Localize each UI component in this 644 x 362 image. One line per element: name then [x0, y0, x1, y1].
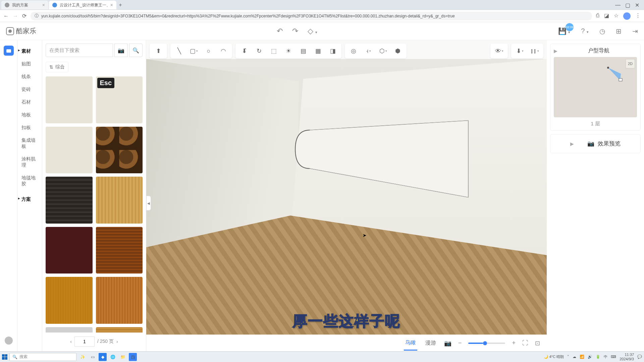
- battery-icon[interactable]: 🔋: [596, 355, 600, 359]
- grid-tool-icon[interactable]: ▦: [311, 46, 325, 56]
- task-view-icon[interactable]: ▭: [89, 353, 97, 361]
- url-input[interactable]: ⓘ yun.kujiale.com/cloud/tool/h5/bim?desi…: [31, 12, 592, 20]
- undo-icon[interactable]: ↶: [277, 27, 283, 36]
- viewport-3d[interactable]: ➤: [146, 59, 547, 335]
- forward-icon[interactable]: →: [13, 13, 18, 19]
- floor-label[interactable]: 1 层: [554, 117, 637, 127]
- copilot-icon[interactable]: ✨: [78, 353, 87, 361]
- taskbar-app-icon[interactable]: ◳: [129, 353, 137, 361]
- layout-tool-icon[interactable]: ▤: [297, 46, 310, 56]
- reload-icon[interactable]: ⟳: [22, 13, 26, 19]
- profile-avatar[interactable]: [623, 12, 631, 20]
- rotate-tool-icon[interactable]: ↻: [252, 46, 266, 56]
- tab-close-icon[interactable]: ×: [42, 2, 45, 8]
- view-tab-roam[interactable]: 漫游: [424, 336, 437, 350]
- material-thumb[interactable]: [96, 127, 143, 174]
- search-input[interactable]: 在类目下搜索: [46, 44, 113, 57]
- material-thumb[interactable]: [46, 76, 93, 123]
- camera-mode-icon[interactable]: 📷: [444, 340, 451, 347]
- back-icon[interactable]: ←: [3, 13, 9, 19]
- image-search-icon[interactable]: 📷: [114, 44, 128, 57]
- material-thumb[interactable]: [46, 277, 93, 324]
- focus-tool-icon[interactable]: ◎: [347, 46, 360, 56]
- chrome-icon[interactable]: 🌐: [109, 353, 117, 361]
- prev-page-icon[interactable]: ‹: [70, 339, 72, 344]
- tab-close-icon[interactable]: ×: [110, 2, 113, 8]
- taskbar-search[interactable]: 🔍 搜索: [9, 353, 76, 361]
- panel-collapse-icon[interactable]: ▶: [570, 141, 574, 146]
- fullscreen-icon[interactable]: ⊡: [535, 340, 540, 347]
- material-thumb[interactable]: [46, 227, 93, 274]
- page-input[interactable]: [74, 337, 95, 347]
- extension-icon[interactable]: ◪: [604, 12, 609, 20]
- shopping-icon[interactable]: ⊞: [616, 27, 622, 35]
- export-icon[interactable]: ⇥: [632, 27, 638, 35]
- panel-collapse-icon[interactable]: ▶: [554, 48, 557, 54]
- extrude-tool-icon[interactable]: ⬇̂: [237, 46, 251, 56]
- material-thumb[interactable]: [46, 327, 93, 333]
- category-head-scheme[interactable]: 方案: [17, 193, 42, 206]
- category-item[interactable]: 扣板: [17, 121, 42, 134]
- light-tool-icon[interactable]: ☀: [282, 46, 295, 56]
- cube-tool-icon[interactable]: ⬡▾: [376, 46, 390, 56]
- view-tab-birdeye[interactable]: 鸟瞰: [404, 336, 417, 351]
- material-thumb[interactable]: [96, 227, 143, 274]
- panel-collapse-handle[interactable]: ◀: [146, 196, 151, 210]
- network-icon[interactable]: 📶: [580, 355, 584, 359]
- minimap[interactable]: 2D: [554, 57, 637, 117]
- cloud-icon[interactable]: ☁: [573, 355, 576, 359]
- category-item[interactable]: 瓷砖: [17, 83, 42, 96]
- circle-tool-icon[interactable]: ○: [202, 46, 215, 56]
- select-tool-icon[interactable]: ⬚: [267, 46, 280, 56]
- category-item[interactable]: 石材: [17, 96, 42, 109]
- material-thumb[interactable]: [96, 327, 143, 333]
- history-icon[interactable]: ◷: [599, 27, 605, 35]
- new-tab-button[interactable]: +: [117, 2, 124, 8]
- zoom-in-icon[interactable]: +: [512, 340, 516, 347]
- filter-sort-button[interactable]: ⇅ 综合: [46, 62, 68, 72]
- material-thumb[interactable]: [46, 127, 93, 174]
- rail-user-avatar[interactable]: [5, 337, 13, 345]
- next-page-icon[interactable]: ›: [116, 339, 118, 344]
- arc-tool-icon[interactable]: ◠: [217, 46, 230, 56]
- category-item[interactable]: 涂料肌理: [17, 153, 42, 172]
- zoom-out-icon[interactable]: −: [458, 340, 462, 347]
- rect-tool-icon[interactable]: ▢▾: [187, 46, 201, 56]
- site-info-icon[interactable]: ⓘ: [35, 13, 39, 19]
- install-app-icon[interactable]: ⎙: [596, 12, 599, 20]
- volume-icon[interactable]: 🔊: [588, 355, 592, 359]
- explorer-icon[interactable]: 📁: [119, 353, 127, 361]
- category-item[interactable]: 地板: [17, 109, 42, 121]
- rail-library-icon[interactable]: [4, 46, 14, 56]
- ime-indicator[interactable]: 中: [604, 354, 607, 359]
- search-button[interactable]: 🔍: [129, 44, 143, 57]
- bookmark-icon[interactable]: ☆: [614, 12, 619, 20]
- line-tool-icon[interactable]: ╲: [172, 46, 186, 56]
- material-thumb[interactable]: Esc: [96, 76, 143, 123]
- model-tool-icon[interactable]: ⬢: [391, 46, 405, 56]
- maximize-icon[interactable]: ▢: [625, 2, 630, 8]
- category-item[interactable]: 贴图: [17, 58, 42, 70]
- material-thumb[interactable]: [96, 177, 143, 224]
- category-head-material[interactable]: 素材: [17, 45, 42, 58]
- align-tool-icon[interactable]: ⫞▾: [362, 46, 375, 56]
- map-tool-icon[interactable]: ⫿⫿▾: [528, 46, 541, 56]
- start-button[interactable]: [2, 354, 7, 360]
- zoom-slider[interactable]: [468, 343, 505, 344]
- close-window-icon[interactable]: ✕: [635, 2, 639, 8]
- minimap-2d-toggle[interactable]: 2D: [626, 59, 635, 68]
- split-tool-icon[interactable]: ◨: [326, 46, 339, 56]
- material-thumb[interactable]: [46, 177, 93, 224]
- redo-icon[interactable]: ↷: [292, 27, 298, 36]
- minimize-icon[interactable]: —: [615, 2, 621, 8]
- view-tool-icon[interactable]: 👁▾: [492, 46, 506, 56]
- upload-tool-icon[interactable]: ⬆: [152, 46, 165, 56]
- clock[interactable]: 11:37 2024/9/3: [620, 353, 634, 361]
- ime-mode-icon[interactable]: ⌨: [611, 355, 616, 359]
- menu-icon[interactable]: ⋮: [635, 12, 641, 20]
- tray-chevron-icon[interactable]: ˄: [567, 355, 569, 359]
- eraser-icon[interactable]: ◇ ▾: [308, 27, 317, 36]
- material-thumb[interactable]: [96, 277, 143, 324]
- weather-widget[interactable]: 🌙 4°C 晴朗: [544, 354, 564, 359]
- category-item[interactable]: 线条: [17, 70, 42, 83]
